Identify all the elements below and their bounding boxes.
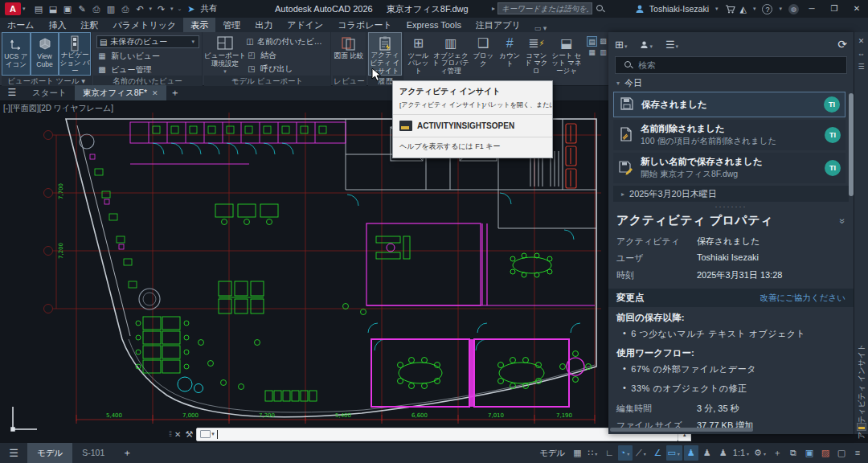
tab-view[interactable]: 表示: [183, 18, 215, 32]
close-button[interactable]: ✕: [845, 0, 868, 18]
palette-extra-icon-3[interactable]: ▦: [587, 47, 597, 58]
object-snap-tracking-icon[interactable]: ∠: [650, 445, 665, 461]
command-line-drag-handle[interactable]: ⁞⁞: [169, 430, 171, 438]
user-filter-icon[interactable]: ▾: [640, 39, 654, 51]
user-icon[interactable]: [635, 4, 645, 14]
tab-featured-apps[interactable]: 注目アプリ: [469, 18, 528, 32]
group-today[interactable]: ▾ 今日: [608, 74, 854, 92]
notification-icon[interactable]: ◍: [788, 4, 799, 14]
user-name[interactable]: Toshiaki-Isezaki: [649, 4, 709, 14]
tab-annotate[interactable]: 注釈: [74, 18, 106, 32]
help-caret-icon[interactable]: ▾: [779, 6, 782, 12]
blocks-button[interactable]: ❑ブロック: [470, 32, 497, 76]
view-manager-button[interactable]: ▩ビュー管理: [96, 64, 202, 76]
search-icon[interactable]: [596, 4, 605, 14]
publish-icon[interactable]: ▥: [104, 4, 118, 14]
ortho-mode-icon[interactable]: ∟: [602, 445, 616, 461]
dynamic-input-icon[interactable]: ▭▾: [666, 445, 682, 461]
tab-manage[interactable]: 管理: [215, 18, 248, 32]
drawing-compare-button[interactable]: 図面 比較: [333, 32, 365, 76]
tab-output[interactable]: 出力: [248, 18, 280, 32]
share-label[interactable]: 共有: [200, 3, 217, 14]
undo-caret-icon[interactable]: ▾: [149, 6, 153, 12]
autocad-logo[interactable]: A: [5, 2, 21, 15]
tab-close-icon[interactable]: ✕: [152, 89, 158, 97]
tab-start[interactable]: スタート: [24, 85, 75, 100]
annotation-visibility-icon[interactable]: ♟: [684, 445, 698, 461]
cart-icon[interactable]: [725, 4, 735, 14]
snap-mode-icon[interactable]: ∷▾: [586, 445, 600, 461]
join-viewports-button[interactable]: ◰結合: [246, 49, 326, 61]
autoscale-icon[interactable]: ♟: [700, 445, 714, 461]
group-march-20[interactable]: ▸ 2025年3月20日木曜日: [613, 186, 849, 202]
isometric-drafting-icon[interactable]: ⟋▾: [634, 445, 649, 461]
user-caret-icon[interactable]: ▾: [715, 6, 719, 12]
palette-autohide-icon[interactable]: ⇔: [854, 50, 868, 58]
palette-extra-icon-4[interactable]: ▥: [598, 47, 608, 58]
redo-icon[interactable]: ↷: [154, 4, 168, 14]
panel-label-review[interactable]: レビュー: [333, 76, 366, 86]
graphics-performance-icon[interactable]: ▣: [802, 445, 817, 461]
view-cube-button[interactable]: View Cube: [31, 32, 59, 76]
layout-tab-s101[interactable]: S-101: [72, 443, 114, 463]
qat-customize-icon[interactable]: ⌄: [178, 6, 182, 12]
customization-icon[interactable]: ＋: [770, 445, 784, 461]
panel-label-model-viewports[interactable]: モデル ビューポート: [204, 76, 330, 86]
named-viewports-button[interactable]: ◫名前の付いたビューポート: [246, 35, 326, 47]
tab-addins[interactable]: アドイン: [280, 18, 330, 32]
polar-tracking-icon[interactable]: ◔▾: [618, 445, 633, 461]
viewport-controls[interactable]: [-][平面図][2D ワイヤフレーム]: [3, 103, 113, 114]
autodesk-logo-icon[interactable]: ◭: [740, 4, 747, 14]
open-icon[interactable]: ⬓: [47, 4, 60, 14]
minimize-button[interactable]: ─: [800, 0, 823, 18]
command-line-customize-icon[interactable]: ⚒: [185, 429, 193, 440]
view-options-icon[interactable]: ☰▾: [665, 39, 680, 51]
print-icon[interactable]: ⎙: [119, 4, 133, 14]
activity-item-saved[interactable]: 保存されました TI: [613, 92, 845, 117]
annotation-scale-icon[interactable]: ♟: [716, 445, 731, 461]
tab-home[interactable]: ホーム: [0, 18, 42, 32]
palette-search-input[interactable]: [638, 60, 841, 70]
workspace-switching-icon[interactable]: ⚙▾: [753, 445, 768, 461]
activity-item-saved-as[interactable]: 新しい名前で保存されました 開始 東京オフィス8F.dwg TI: [613, 153, 845, 183]
palette-properties-icon[interactable]: ☰: [854, 63, 868, 71]
viewport-config-button[interactable]: ビューポート 環境設定▾: [204, 32, 246, 75]
sheet-set-manager-button[interactable]: ⬓シート セット マネージャ: [550, 32, 583, 76]
new-drawing-tab-button[interactable]: ＋: [166, 85, 184, 100]
layout-tab-model[interactable]: モデル: [27, 443, 72, 463]
undo-icon[interactable]: ↶: [133, 4, 147, 14]
search-expand-icon[interactable]: ▸: [492, 5, 495, 12]
grid-display-icon[interactable]: ▦: [570, 445, 584, 461]
command-input[interactable]: ▾: [196, 428, 678, 441]
clean-screen-icon[interactable]: ▨: [818, 445, 833, 461]
palette-splitter[interactable]: ········: [608, 203, 854, 210]
logo-caret-icon[interactable]: ▾: [23, 6, 26, 12]
model-space-label[interactable]: モデル: [539, 448, 565, 459]
palette-extra-icon-1[interactable]: ▤: [587, 36, 597, 47]
command-macros-button[interactable]: ≣⚡コマンド マクロ: [523, 32, 550, 76]
help-icon[interactable]: ?: [762, 4, 772, 14]
autodesk-caret-icon[interactable]: ▾: [753, 6, 756, 12]
layout-menu-icon[interactable]: ☰: [0, 447, 27, 459]
tab-collaborate[interactable]: コラボレート: [330, 18, 399, 32]
redo-caret-icon[interactable]: ▾: [170, 6, 174, 12]
palette-close-icon[interactable]: ✕: [854, 37, 868, 45]
isolate-objects-icon[interactable]: ⧉: [786, 445, 800, 461]
palette-extra-icon-2[interactable]: ▨: [598, 36, 608, 47]
search-input[interactable]: [497, 2, 592, 14]
navigation-bar-button[interactable]: ナビゲーション バー: [59, 32, 91, 76]
file-tabs-menu-icon[interactable]: ☰: [0, 85, 24, 100]
save-as-icon[interactable]: ✎: [76, 4, 89, 14]
view-selector-dropdown[interactable]: ▤ 未保存のビュー ▾: [96, 35, 199, 48]
tab-insert[interactable]: 挿入: [42, 18, 74, 32]
new-view-button[interactable]: ▦新しいビュー: [96, 50, 202, 62]
status-menu-icon[interactable]: ≡: [850, 445, 865, 461]
palette-search[interactable]: [615, 56, 847, 74]
date-filter-icon[interactable]: ⊞▾: [615, 39, 628, 51]
scale-value[interactable]: 1:1▾: [732, 445, 751, 461]
collapse-properties-icon[interactable]: »: [837, 218, 849, 223]
tab-parametric[interactable]: パラメトリック: [106, 18, 184, 32]
command-line-close-icon[interactable]: ✕: [174, 430, 181, 439]
new-layout-button[interactable]: ＋: [114, 446, 140, 460]
new-icon[interactable]: ▤: [32, 4, 46, 14]
